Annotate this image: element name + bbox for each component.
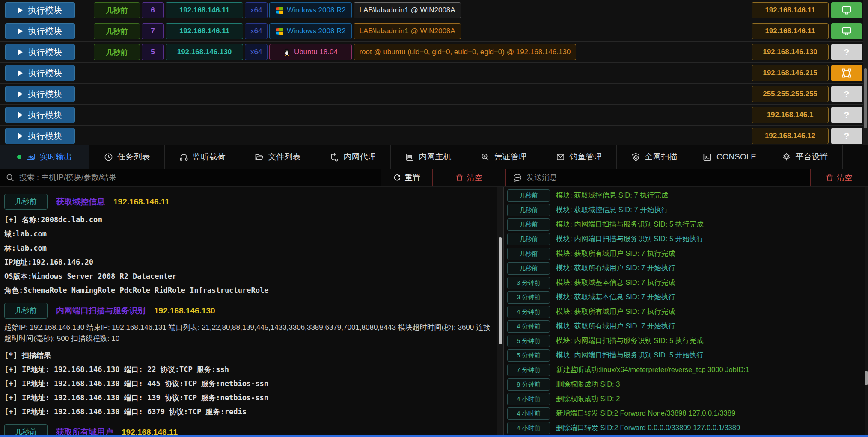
execute-module-button[interactable]: 执行模块 bbox=[5, 65, 75, 81]
host-status-unknown-button[interactable]: ? bbox=[831, 128, 862, 144]
trash-icon bbox=[456, 174, 463, 182]
output-scrollbar[interactable] bbox=[497, 187, 503, 437]
tab-platform-settings[interactable]: 平台设置 bbox=[767, 145, 842, 169]
tab-label: 钓鱼管理 bbox=[570, 151, 602, 162]
host-status-unknown-button[interactable]: ? bbox=[831, 107, 862, 123]
notification-time-badge: 4 小时前 bbox=[507, 407, 550, 420]
notification-text: 模块: 获取域基本信息 SID: 7 执行完成 bbox=[556, 278, 675, 287]
search-input[interactable] bbox=[19, 173, 381, 182]
tab-console[interactable]: CONSOLE bbox=[692, 145, 767, 169]
session-scrollbar[interactable] bbox=[863, 0, 868, 145]
tab-label: CONSOLE bbox=[716, 152, 756, 162]
host-ip-badge: 192.168.146.12 bbox=[752, 128, 829, 144]
host-status-network-button[interactable] bbox=[831, 65, 862, 81]
content-area: 几秒前 获取域控信息 192.168.146.11 [+] 名称:2008dc.… bbox=[0, 187, 868, 437]
log-line: [+] IP地址: 192.168.146.130 端口: 22 协议:TCP … bbox=[4, 363, 494, 377]
notification-row: 8 分钟前 删除权限成功 SID: 3 bbox=[507, 378, 865, 391]
notification-row: 几秒前 模块: 内网端口扫描与服务识别 SID: 5 执行完成 bbox=[507, 218, 865, 231]
session-arch-badge: x64 bbox=[245, 44, 268, 60]
log-line: [+] IP地址: 192.168.146.130 端口: 6379 协议:TC… bbox=[4, 405, 494, 419]
notification-text: 模块: 获取所有域用户 SID: 7 开始执行 bbox=[556, 263, 675, 273]
play-icon bbox=[18, 7, 23, 13]
execute-module-button[interactable]: 执行模块 bbox=[5, 2, 75, 18]
log-entry: 几秒前 获取域控信息 192.168.146.11 [+] 名称:2008dc.… bbox=[4, 194, 494, 298]
log-entry-header: 几秒前 内网端口扫描与服务识别 192.168.146.130 bbox=[4, 303, 494, 319]
play-icon bbox=[18, 28, 23, 34]
session-user-badge: LAB\labadmin1 @ WIN2008A bbox=[354, 23, 461, 39]
execute-module-button[interactable]: 执行模块 bbox=[5, 86, 75, 102]
notification-text: 模块: 获取域控信息 SID: 7 开始执行 bbox=[556, 205, 668, 215]
notification-scrollbar[interactable] bbox=[865, 187, 868, 437]
output-scrollbar-thumb[interactable] bbox=[499, 237, 502, 344]
reset-label: 重置 bbox=[405, 173, 420, 183]
notification-pane[interactable]: 几秒前 模块: 获取域控信息 SID: 7 执行完成 几秒前 模块: 获取域控信… bbox=[503, 187, 865, 437]
trash-icon bbox=[826, 174, 833, 182]
session-age-badge: 几秒前 bbox=[94, 23, 140, 39]
notification-row: 4 小时前 新增端口转发 SID:2 Forward None/33898 12… bbox=[507, 407, 865, 420]
execute-module-button[interactable]: 执行模块 bbox=[5, 128, 75, 144]
notification-time-badge: 8 分钟前 bbox=[507, 378, 550, 391]
host-ip-badge: 192.168.146.215 bbox=[752, 65, 829, 81]
session-row: 执行模块 192.168.146.1 ? bbox=[0, 105, 868, 126]
tab-intranet-hosts[interactable]: 内网主机 bbox=[390, 145, 466, 169]
host-status-online-button[interactable] bbox=[831, 23, 862, 39]
session-row: 执行模块 几秒前 5 192.168.146.130 x64 Ubuntu 18… bbox=[0, 42, 868, 63]
execute-module-button[interactable]: 执行模块 bbox=[5, 107, 75, 123]
notification-row: 几秒前 模块: 获取域控信息 SID: 7 执行完成 bbox=[507, 189, 865, 202]
tab-network-scan[interactable]: 全网扫描 bbox=[616, 145, 692, 169]
search-icon bbox=[6, 174, 14, 182]
host-status-online-button[interactable] bbox=[831, 2, 862, 18]
realtime-output-icon bbox=[26, 153, 35, 162]
tab-task-list[interactable]: 任务列表 bbox=[89, 145, 164, 169]
session-scrollbar-thumb[interactable] bbox=[864, 68, 867, 128]
notification-time-badge: 5 分钟前 bbox=[507, 335, 550, 347]
notification-time-badge: 4 小时前 bbox=[507, 393, 550, 405]
chat-bubble-icon bbox=[513, 174, 522, 182]
session-age-badge: 几秒前 bbox=[94, 44, 140, 60]
session-id-badge: 5 bbox=[142, 44, 164, 60]
reset-button[interactable]: 重置 bbox=[381, 169, 432, 186]
tab-file-list[interactable]: 文件列表 bbox=[240, 145, 315, 169]
session-list: 执行模块 几秒前 6 192.168.146.11 x64 Windows 20… bbox=[0, 0, 868, 145]
notification-text: 模块: 内网端口扫描与服务识别 SID: 5 开始执行 bbox=[556, 234, 704, 244]
notification-text: 删除端口转发 SID:2 Forward 0.0.0.0/33899 127.0… bbox=[556, 423, 740, 433]
log-line: 角色:SchemaRole NamingRole PdcRole RidRole… bbox=[4, 283, 494, 298]
tab-listener-payload[interactable]: 监听载荷 bbox=[164, 145, 240, 169]
session-ip-badge: 192.168.146.130 bbox=[166, 44, 243, 60]
notification-text: 模块: 获取所有域用户 SID: 7 执行完成 bbox=[556, 307, 675, 316]
toolbar: 重置 清空 清空 bbox=[0, 169, 868, 187]
linux-penguin-icon bbox=[284, 48, 290, 56]
viper-c2-app: 执行模块 几秒前 6 192.168.146.11 x64 Windows 20… bbox=[0, 0, 868, 437]
clear-messages-button[interactable]: 清空 bbox=[810, 169, 868, 186]
notification-row: 5 分钟前 模块: 内网端口扫描与服务识别 SID: 5 开始执行 bbox=[507, 349, 865, 362]
notification-row: 4 小时前 删除端口转发 SID:2 Forward 0.0.0.0/33899… bbox=[507, 422, 865, 434]
execute-module-button[interactable]: 执行模块 bbox=[5, 23, 75, 39]
tab-credential-manage[interactable]: 凭证管理 bbox=[466, 145, 541, 169]
notification-row: 4 分钟前 模块: 获取所有域用户 SID: 7 开始执行 bbox=[507, 320, 865, 333]
notification-text: 模块: 获取域控信息 SID: 7 执行完成 bbox=[556, 191, 668, 200]
notification-text: 模块: 获取域基本信息 SID: 7 开始执行 bbox=[556, 292, 675, 302]
notification-time-badge: 5 分钟前 bbox=[507, 349, 550, 362]
send-message-input[interactable] bbox=[526, 173, 810, 182]
notification-time-badge: 4 分钟前 bbox=[507, 320, 550, 333]
clear-output-button[interactable]: 清空 bbox=[432, 169, 506, 186]
notification-row: 5 分钟前 模块: 内网端口扫描与服务识别 SID: 5 执行完成 bbox=[507, 334, 865, 347]
tab-phishing-manage[interactable]: 钓鱼管理 bbox=[541, 145, 616, 169]
notification-text: 模块: 获取所有域用户 SID: 7 执行完成 bbox=[556, 249, 675, 258]
log-target-ip: 192.168.146.130 bbox=[154, 306, 215, 316]
tab-intranet-proxy[interactable]: 内网代理 bbox=[315, 145, 390, 169]
tab-realtime-output[interactable]: 实时输出 bbox=[0, 145, 89, 169]
task-list-icon bbox=[104, 153, 113, 162]
host-ip-badge: 192.168.146.11 bbox=[752, 23, 829, 39]
execute-module-button[interactable]: 执行模块 bbox=[5, 44, 75, 60]
notification-text: 新增端口转发 SID:2 Forward None/33898 127.0.0.… bbox=[556, 409, 735, 418]
notification-scrollbar-thumb[interactable] bbox=[865, 371, 868, 385]
host-status-unknown-button[interactable]: ? bbox=[831, 44, 862, 60]
notification-time-badge: 3 分钟前 bbox=[507, 277, 550, 289]
realtime-output-pane[interactable]: 几秒前 获取域控信息 192.168.146.11 [+] 名称:2008dc.… bbox=[0, 187, 497, 437]
host-status-unknown-button[interactable]: ? bbox=[831, 86, 862, 102]
session-os-badge: Ubuntu 18.04 bbox=[269, 44, 352, 60]
play-icon bbox=[18, 70, 23, 76]
notification-time-badge: 几秒前 bbox=[507, 233, 550, 245]
notification-text: 模块: 内网端口扫描与服务识别 SID: 5 执行完成 bbox=[556, 220, 704, 229]
